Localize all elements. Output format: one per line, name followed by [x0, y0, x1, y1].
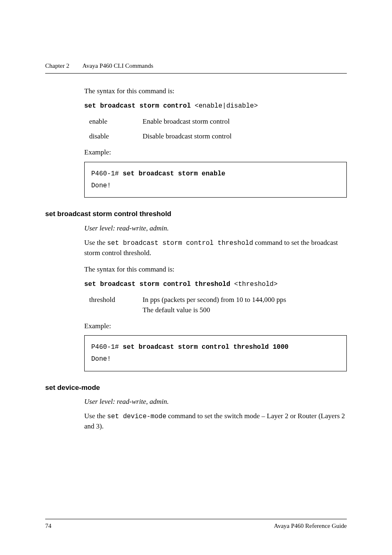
- example-box: P460-1# set broadcast storm control thre…: [84, 335, 347, 371]
- intro-para: Use the set broadcast storm control thre…: [84, 238, 347, 258]
- param-name: disable: [89, 131, 143, 142]
- example-label: Example:: [84, 147, 347, 158]
- param-name: threshold: [89, 295, 143, 315]
- param-desc-line: The default value is 500: [143, 305, 347, 315]
- doc-title: Avaya P460 Reference Guide: [274, 523, 347, 530]
- syntax-cmd: set broadcast storm control: [84, 102, 191, 110]
- example-prompt: P460-1#: [91, 170, 119, 177]
- param-table: threshold In pps (packets per second) fr…: [89, 295, 347, 315]
- page-number: 74: [45, 523, 51, 530]
- user-level: User level: read-write, admin.: [84, 223, 347, 234]
- section-heading: set broadcast storm control threshold: [45, 209, 347, 219]
- intro-cmd: set broadcast storm control threshold: [107, 240, 253, 247]
- example-line: P460-1# set broadcast storm control thre…: [91, 341, 340, 353]
- example-cmd: set broadcast storm control threshold 10…: [119, 343, 288, 351]
- param-row: enable Enable broadcast storm control: [89, 117, 347, 127]
- example-label: Example:: [84, 321, 347, 332]
- example-prompt: P460-1#: [91, 343, 119, 351]
- running-header: Chapter 2 Avaya P460 CLI Commands: [45, 62, 347, 69]
- syntax-line: set broadcast storm control <enable|disa…: [84, 101, 347, 111]
- example-box: P460-1# set broadcast storm enable Done!: [84, 162, 347, 198]
- intro-pre: Use the: [84, 239, 107, 246]
- param-desc-line: In pps (packets per second) from 10 to 1…: [143, 295, 347, 305]
- chapter-title: Avaya P460 CLI Commands: [82, 62, 153, 69]
- syntax-label: The syntax for this command is:: [84, 265, 347, 275]
- page: Chapter 2 Avaya P460 CLI Commands The sy…: [0, 0, 392, 555]
- header-rule: [45, 73, 347, 74]
- intro-para: Use the set device-mode command to set t…: [84, 411, 347, 432]
- syntax-label: The syntax for this command is:: [84, 86, 347, 97]
- chapter-label: Chapter 2: [45, 62, 69, 69]
- example-cmd: set broadcast storm enable: [119, 170, 225, 177]
- content-area: The syntax for this command is: set broa…: [84, 86, 347, 432]
- syntax-arg: <enable|disable>: [191, 102, 258, 110]
- user-level: User level: read-write, admin.: [84, 397, 347, 407]
- example-output: Done!: [91, 180, 340, 192]
- intro-pre: Use the: [84, 412, 107, 420]
- section-heading: set device-mode: [45, 383, 347, 393]
- param-row: threshold In pps (packets per second) fr…: [89, 295, 347, 315]
- syntax-arg: <threshold>: [230, 281, 277, 288]
- example-output: Done!: [91, 353, 340, 365]
- param-row: disable Disable broadcast storm control: [89, 131, 347, 142]
- param-desc: Enable broadcast storm control: [143, 117, 347, 127]
- param-desc: Disable broadcast storm control: [143, 131, 347, 142]
- param-table: enable Enable broadcast storm control di…: [89, 117, 347, 142]
- syntax-line: set broadcast storm control threshold <t…: [84, 279, 347, 289]
- example-line: P460-1# set broadcast storm enable: [91, 168, 340, 180]
- param-desc: In pps (packets per second) from 10 to 1…: [143, 295, 347, 315]
- footer: 74 Avaya P460 Reference Guide: [45, 519, 347, 530]
- param-name: enable: [89, 117, 143, 127]
- intro-cmd: set device-mode: [107, 413, 166, 420]
- syntax-cmd: set broadcast storm control threshold: [84, 281, 230, 288]
